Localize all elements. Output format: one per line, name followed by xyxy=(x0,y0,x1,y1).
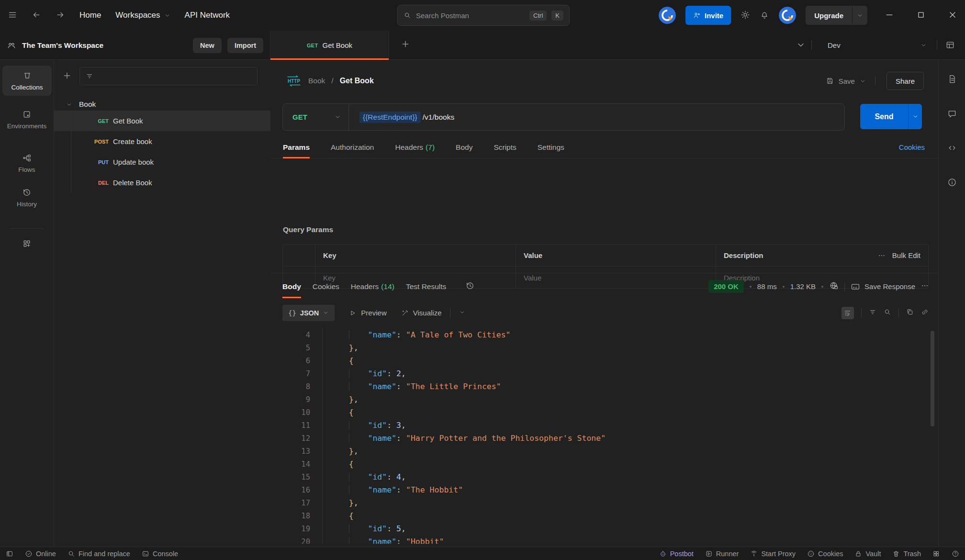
tab-settings[interactable]: Settings xyxy=(538,136,564,158)
postbot-button[interactable]: Postbot xyxy=(659,550,694,558)
postbot-icon xyxy=(659,550,667,558)
minimize-icon[interactable] xyxy=(885,10,894,21)
bulk-edit-button[interactable]: Bulk Edit xyxy=(878,251,920,259)
new-button[interactable]: New xyxy=(193,38,222,53)
method-selector[interactable]: GET xyxy=(283,113,335,121)
response-history-icon[interactable] xyxy=(465,281,475,292)
cookies-link[interactable]: Cookies xyxy=(899,143,925,151)
nav-home[interactable]: Home xyxy=(79,11,101,20)
rail-item-more-tools[interactable] xyxy=(0,239,54,248)
rail-divider xyxy=(10,228,44,229)
status-badge[interactable]: 200 OK xyxy=(708,280,744,293)
tab-response-cookies[interactable]: Cookies xyxy=(313,273,339,300)
add-collection-plus-icon[interactable] xyxy=(62,71,72,82)
upgrade-button[interactable]: Upgrade xyxy=(806,6,867,25)
scrollbar-thumb[interactable] xyxy=(931,331,934,426)
notifications-bell-icon[interactable] xyxy=(760,10,769,21)
tab-test-results[interactable]: Test Results xyxy=(406,273,446,300)
comments-icon[interactable] xyxy=(947,109,957,120)
rail-item-environments[interactable]: Environments xyxy=(0,110,54,130)
tab-get-book[interactable]: GET Get Book xyxy=(270,31,389,60)
save-button[interactable]: Save xyxy=(826,77,866,85)
start-proxy-button[interactable]: Start Proxy xyxy=(750,550,796,558)
request-delete-book[interactable]: DEL Delete Book xyxy=(54,172,270,193)
tab-body[interactable]: Body xyxy=(456,136,472,158)
share-button[interactable]: Share xyxy=(886,72,924,90)
filter-icon[interactable] xyxy=(869,308,876,317)
chevron-down-icon xyxy=(323,310,329,316)
find-replace-button[interactable]: Find and replace xyxy=(67,550,130,558)
panel-grid-icon[interactable] xyxy=(932,550,940,558)
tab-response-body[interactable]: Body xyxy=(282,273,301,300)
code-snippet-icon[interactable] xyxy=(947,143,957,154)
code-line: 12"name": "Harry Potter and the Philosop… xyxy=(270,432,931,445)
vault-button[interactable]: Vault xyxy=(854,550,881,558)
rail-item-history[interactable]: History xyxy=(0,188,54,208)
send-button[interactable]: Send xyxy=(860,104,922,129)
response-body-viewer[interactable]: 4"name": "A Tale of Two Cities"5},6{7"id… xyxy=(270,328,931,544)
url-variable[interactable]: {{RestEndpoint}} xyxy=(359,112,421,123)
close-icon[interactable] xyxy=(948,10,957,21)
environment-quicklook-icon[interactable] xyxy=(945,40,955,51)
invite-button[interactable]: Invite xyxy=(685,6,731,25)
link-icon[interactable] xyxy=(921,308,929,317)
rail-item-flows[interactable]: Flows xyxy=(0,153,54,173)
people-icon xyxy=(7,41,16,50)
collection-filter-input[interactable] xyxy=(79,67,258,85)
response-time[interactable]: 88 ms xyxy=(757,282,777,291)
new-tab-plus-icon[interactable] xyxy=(401,39,410,50)
send-options-chevron-icon[interactable] xyxy=(908,104,922,129)
nav-api-network[interactable]: API Network xyxy=(185,11,230,20)
breadcrumb-current[interactable]: Get Book xyxy=(340,77,374,85)
user-avatar[interactable] xyxy=(779,7,796,24)
save-response-button[interactable]: e.g. Save Response xyxy=(851,282,915,291)
wrap-text-icon[interactable] xyxy=(842,307,854,319)
collection-book[interactable]: Book xyxy=(54,97,270,112)
workspace-title[interactable]: The Team's Workspace xyxy=(22,41,103,50)
response-size[interactable]: 1.32 KB xyxy=(790,282,816,291)
row-handle-cell xyxy=(283,245,315,266)
tab-authorization[interactable]: Authorization xyxy=(331,136,374,158)
request-create-book[interactable]: POST Create book xyxy=(54,131,270,152)
format-selector[interactable]: {} JSON xyxy=(282,305,335,321)
request-update-book[interactable]: PUT Update book xyxy=(54,152,270,172)
menu-icon[interactable] xyxy=(8,10,17,21)
info-icon[interactable] xyxy=(947,178,957,189)
visualize-button[interactable]: Visualize xyxy=(401,309,442,317)
tab-headers[interactable]: Headers(7) xyxy=(395,136,435,158)
forward-icon[interactable] xyxy=(56,10,65,21)
toggle-sidebar-icon[interactable] xyxy=(6,550,13,558)
trash-button[interactable]: Trash xyxy=(892,550,921,558)
left-rail: Collections Environments Flows History xyxy=(0,60,54,547)
breadcrumb-parent[interactable]: Book xyxy=(308,77,325,85)
import-button[interactable]: Import xyxy=(227,38,263,53)
runner-button[interactable]: Runner xyxy=(705,550,739,558)
preview-button[interactable]: Preview xyxy=(349,309,386,317)
response-more-icon[interactable] xyxy=(921,282,929,291)
search-response-icon[interactable] xyxy=(884,308,891,317)
nav-workspaces[interactable]: Workspaces xyxy=(115,11,170,20)
documentation-icon[interactable] xyxy=(947,74,957,85)
format-options-chevron-icon[interactable] xyxy=(459,309,465,317)
tab-response-headers[interactable]: Headers(14) xyxy=(351,273,394,300)
help-icon[interactable] xyxy=(952,550,959,558)
url-path[interactable]: /v1/books xyxy=(423,113,454,122)
maximize-icon[interactable] xyxy=(916,10,926,21)
console-button[interactable]: Console xyxy=(142,550,178,558)
tab-scripts[interactable]: Scripts xyxy=(494,136,516,158)
back-icon[interactable] xyxy=(32,10,41,21)
environment-selector[interactable]: Dev xyxy=(821,31,933,60)
cookies-button[interactable]: Cookies xyxy=(807,550,843,558)
url-input[interactable]: GET {{RestEndpoint}} /v1/books xyxy=(282,103,845,131)
network-globe-icon[interactable] xyxy=(829,281,839,292)
request-list: GET Get Book POST Create book PUT Update… xyxy=(54,111,270,193)
search-input[interactable]: Search Postman Ctrl K xyxy=(397,5,570,26)
team-avatar[interactable] xyxy=(659,7,676,24)
rail-item-collections[interactable]: Collections xyxy=(2,66,52,96)
online-status[interactable]: Online xyxy=(25,550,56,558)
request-get-book[interactable]: GET Get Book xyxy=(54,111,270,131)
tab-params[interactable]: Params xyxy=(283,136,310,158)
settings-gear-icon[interactable] xyxy=(741,10,750,21)
tabs-expand-chevron-icon[interactable] xyxy=(796,40,806,51)
copy-icon[interactable] xyxy=(906,308,914,317)
